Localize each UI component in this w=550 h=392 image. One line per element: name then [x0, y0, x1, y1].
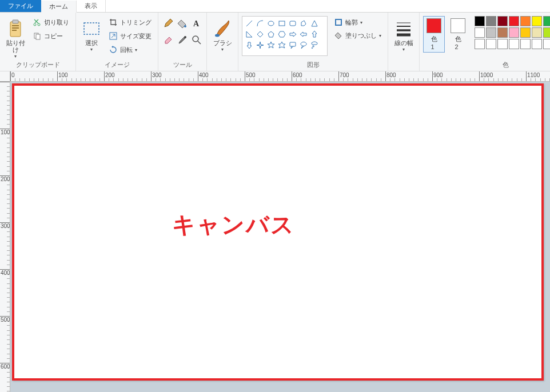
- canvas[interactable]: キャンバス: [12, 83, 544, 381]
- palette-swatch[interactable]: [543, 16, 550, 26]
- picker-tool[interactable]: [176, 33, 189, 47]
- palette-swatch[interactable]: [497, 27, 508, 38]
- palette-swatch[interactable]: [509, 27, 519, 38]
- shape-star6[interactable]: [277, 40, 287, 50]
- shape-right-triangle[interactable]: [244, 29, 254, 39]
- copy-icon: [33, 31, 42, 41]
- shape-outline-button[interactable]: 輪郭 ▾: [331, 16, 384, 29]
- shape-rect[interactable]: [277, 18, 287, 29]
- line-width-label: 線の幅: [394, 39, 413, 46]
- resize-button[interactable]: サイズ変更: [106, 30, 154, 42]
- ruler-tick-label: 200: [1, 176, 10, 182]
- color2-button[interactable]: 色 2: [447, 16, 469, 53]
- color1-button[interactable]: 色 1: [423, 16, 445, 53]
- shape-callout-cloud[interactable]: [309, 40, 320, 50]
- palette-swatch[interactable]: [520, 39, 531, 49]
- palette-swatch[interactable]: [520, 16, 531, 26]
- palette-swatch[interactable]: [543, 39, 550, 49]
- shape-polygon[interactable]: [298, 18, 309, 29]
- tab-view[interactable]: 表示: [77, 0, 106, 12]
- ruler-tick-label: 900: [433, 72, 443, 78]
- palette-swatch[interactable]: [497, 39, 508, 49]
- svg-text:A: A: [193, 19, 200, 28]
- svg-point-22: [312, 47, 313, 49]
- shape-pentagon[interactable]: [266, 29, 276, 39]
- palette-swatch[interactable]: [509, 16, 519, 26]
- chevron-down-icon: ▾: [135, 47, 137, 53]
- shape-star4[interactable]: [255, 40, 265, 50]
- svg-rect-8: [36, 34, 40, 39]
- palette-swatch[interactable]: [475, 16, 485, 26]
- select-button[interactable]: 選択 ▾: [79, 16, 103, 59]
- pencil-tool[interactable]: [162, 16, 174, 31]
- svg-point-6: [38, 23, 40, 26]
- group-label-linewidth: [392, 61, 416, 71]
- rotate-button[interactable]: 回転 ▾: [106, 43, 154, 56]
- rotate-icon: [109, 45, 118, 54]
- canvas-scroll-area[interactable]: キャンバス: [10, 82, 550, 392]
- svg-point-15: [215, 34, 220, 37]
- palette-swatch[interactable]: [532, 16, 542, 26]
- tab-file[interactable]: ファイル: [0, 0, 41, 12]
- outline-icon: [334, 18, 343, 27]
- palette-swatch[interactable]: [486, 39, 496, 49]
- palette-swatch[interactable]: [486, 16, 496, 26]
- fill-tool[interactable]: [176, 16, 189, 31]
- palette-swatch[interactable]: [509, 39, 519, 49]
- palette-swatch[interactable]: [520, 27, 531, 38]
- shape-callout-oval[interactable]: [298, 40, 309, 50]
- group-label-brushes: [210, 61, 234, 71]
- shape-oval[interactable]: [266, 18, 276, 29]
- group-clipboard: 貼り付け ▾ 切り取り コピー クリップボード: [0, 13, 76, 71]
- text-tool[interactable]: A: [190, 16, 203, 31]
- shape-diamond[interactable]: [255, 29, 265, 39]
- shape-arrow-down[interactable]: [244, 40, 254, 50]
- svg-rect-2: [12, 25, 19, 26]
- brush-icon: [214, 19, 231, 38]
- palette-swatch[interactable]: [497, 16, 508, 26]
- palette-swatch[interactable]: [475, 27, 485, 38]
- ruler-tick-label: 400: [1, 270, 10, 276]
- shape-triangle[interactable]: [309, 18, 320, 29]
- palette-swatch[interactable]: [532, 27, 542, 38]
- palette-swatch[interactable]: [543, 27, 550, 38]
- ruler-tick-label: 300: [152, 72, 162, 78]
- tab-bar: ファイル ホーム 表示: [0, 0, 550, 13]
- color2-label: 色 2: [455, 35, 461, 50]
- rotate-label: 回転: [120, 46, 133, 54]
- shape-arrow-left[interactable]: [298, 29, 309, 39]
- paste-label: 貼り付け: [4, 39, 27, 53]
- shape-hexagon[interactable]: [277, 29, 287, 39]
- shape-fill-button[interactable]: 塗りつぶし ▾: [331, 29, 384, 42]
- clipboard-icon: [7, 19, 23, 38]
- ruler-vertical: 100200300400500600: [0, 82, 10, 392]
- cut-button[interactable]: 切り取り: [30, 16, 72, 29]
- svg-rect-17: [279, 21, 285, 26]
- palette-swatch[interactable]: [486, 27, 496, 38]
- crop-icon: [109, 18, 118, 27]
- shape-curve[interactable]: [255, 18, 265, 29]
- shape-gallery[interactable]: [242, 16, 328, 56]
- shape-arrow-right[interactable]: [288, 29, 298, 39]
- shape-callout-rect[interactable]: [288, 40, 298, 50]
- chevron-down-icon: ▾: [379, 33, 381, 38]
- crop-button[interactable]: トリミング: [106, 16, 154, 29]
- shape-arrow-up[interactable]: [309, 29, 320, 39]
- paste-button[interactable]: 貼り付け ▾: [3, 16, 27, 59]
- brushes-button[interactable]: ブラシ ▾: [210, 16, 234, 59]
- scissors-icon: [33, 18, 42, 27]
- shape-star5[interactable]: [266, 40, 276, 50]
- group-colors: 色 1 色 2 色: [420, 13, 550, 71]
- eraser-tool[interactable]: [162, 33, 174, 47]
- copy-button[interactable]: コピー: [30, 30, 72, 42]
- svg-rect-0: [10, 22, 21, 37]
- line-width-button[interactable]: 線の幅 ▾: [392, 16, 416, 59]
- shape-roundrect[interactable]: [288, 18, 298, 29]
- shape-line[interactable]: [244, 18, 254, 29]
- palette-swatch[interactable]: [532, 39, 542, 49]
- tab-home[interactable]: ホーム: [41, 1, 77, 13]
- palette-swatch[interactable]: [475, 39, 485, 49]
- zoom-tool[interactable]: [190, 33, 203, 47]
- group-label-shapes: 図形: [242, 59, 384, 71]
- ruler-tick-label: 500: [246, 72, 256, 78]
